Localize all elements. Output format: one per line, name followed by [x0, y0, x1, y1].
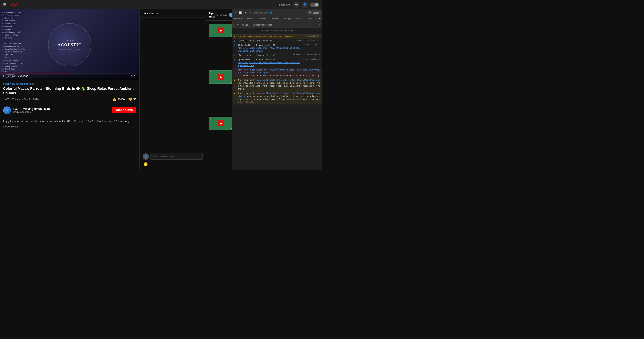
devtools-warn-badge: ▲ 3	[264, 12, 268, 14]
entry-content: The resource http://localhost:3001/clien…	[238, 79, 320, 91]
emulate-gesture-checkbox[interactable]: Emulate User Gesture	[250, 24, 272, 26]
volume-button[interactable]: 🔊	[7, 75, 10, 78]
list-item[interactable]: ▶ Colorful Macaw Parrots - Stunning Bird…	[206, 22, 232, 69]
toolbar-refresh-icon[interactable]: ↻	[319, 24, 320, 26]
info-icon: ℹ	[234, 59, 237, 61]
autoplay-toggle[interactable]	[229, 13, 232, 17]
console-link[interactable]: http://localhost:3001/client/4e1b3c3fb9e…	[253, 79, 320, 81]
entry-source[interactable]: Player.svelte:41	[302, 58, 320, 60]
live-chat-title: Live chat	[143, 12, 154, 15]
error-icon: ✕	[234, 69, 237, 71]
devtools-close-button[interactable]: ✕	[233, 11, 238, 15]
show-more-button[interactable]: SHOW MORE	[3, 125, 136, 129]
video-player[interactable]: 01 - Someone You Loved 02 - A Thousand Y…	[0, 10, 139, 80]
logo-text: i♦AV	[10, 3, 17, 7]
warn-icon: ▲	[234, 35, 237, 38]
devtools-panel: ✕ ⬜ ▣ ↻ 249 ● 1 ▲ 3 🌐 🔍 Search Elements	[232, 10, 322, 170]
peers-info: Peers: 720	[278, 3, 290, 6]
play-icon: ▶	[218, 28, 224, 33]
console-cleared-message: Console cleared at 22:08:06	[232, 28, 322, 35]
album-title-main: ACOUSTIC	[58, 42, 82, 47]
tab-graphics[interactable]: Graphics	[293, 16, 306, 22]
info-icon: ℹ	[234, 44, 237, 47]
camera-icon[interactable]: 📷	[293, 2, 299, 8]
tab-console[interactable]: Console	[314, 16, 322, 22]
console-entry: ▲ <Layout> was created with unknown prop…	[232, 35, 322, 39]
video-title: Colorful Macaw Parrots - Stunning Birds …	[3, 86, 136, 96]
live-chat-header: Live chat ▼	[140, 10, 206, 18]
thumbnail-2: ▶	[209, 70, 232, 84]
logo: i♦AV	[10, 3, 17, 7]
console-entry: ℹ 🖼 tryNextUrl — Player.svelte:41 https:…	[232, 43, 322, 54]
devtools-elements-icon[interactable]: ⬜	[238, 11, 242, 15]
console-link[interactable]: https://ipfs.io/ipfs/QmWq7GRWzZDKqeHsuCk…	[238, 62, 300, 67]
devtools-search-box[interactable]: 🔍 Search	[307, 11, 321, 15]
video-description: Enjoy the peaceful and colorful nature v…	[0, 117, 139, 131]
info-icon: ℹ	[234, 54, 237, 57]
devtools-refresh-icon[interactable]: ↻	[248, 11, 253, 15]
like-button[interactable]: 👍 26000	[112, 97, 124, 102]
search-icon: 🔍	[309, 12, 312, 14]
devtools-console[interactable]: Console cleared at 22:08:06 ▲ <Layout> w…	[232, 28, 322, 170]
video-background: 01 - Someone You Loved 02 - A Thousand Y…	[0, 10, 139, 80]
console-entry: ℹ 🖼 tryNextUrl — Player.svelte:41 https:…	[232, 58, 322, 68]
tab-elements[interactable]: Elements	[232, 16, 245, 22]
chevron-down-icon[interactable]: ▼	[156, 12, 158, 15]
tab-audit[interactable]: Audit	[306, 16, 314, 22]
dislike-button[interactable]: 👎 56	[128, 97, 136, 102]
preserve-log-checkbox[interactable]: Preserve Log	[234, 24, 248, 26]
tab-network[interactable]: Network	[245, 16, 257, 22]
devtools-globe-icon[interactable]: 🌐	[269, 11, 273, 15]
warn-icon: ▲	[234, 79, 237, 81]
console-entry: ℹ [SAPPER] dev client connected sapper-d…	[232, 39, 322, 43]
emoji-button[interactable]: 🙂	[143, 161, 148, 167]
up-next-header: Up next AUTOPLAY	[206, 10, 232, 21]
video-tags[interactable]: #4kanimals #peacemusicloop	[3, 83, 136, 85]
tab-timelines[interactable]: Timelines	[269, 16, 282, 22]
entry-source[interactable]: Player.svelte:41	[302, 44, 320, 46]
up-next-items: ▶ Colorful Macaw Parrots - Stunning Bird…	[206, 21, 232, 163]
entry-source[interactable]: sapper-dev-client.js:21	[294, 40, 320, 42]
devtools-error-badge: ● 1	[259, 12, 263, 14]
main-content: 01 - Someone You Loved 02 - A Thousand Y…	[0, 10, 322, 170]
album-title-top: Top Hits	[65, 39, 74, 43]
list-item[interactable]: ▶ Colorful Macaw Parrots - Stunning Bird…	[206, 115, 232, 162]
chat-messages-area	[140, 18, 206, 151]
devtools-tabs: Elements Network Sources Timelines Stora…	[232, 16, 322, 22]
thumbs-down-icon: 👎	[128, 97, 132, 102]
progress-bar[interactable]	[2, 73, 137, 74]
chat-input[interactable]	[150, 153, 203, 160]
thumbnail-3: ▶	[209, 117, 232, 130]
checkbox-icon	[250, 24, 252, 26]
miniplayer-button[interactable]: ⧉	[131, 75, 133, 78]
list-item[interactable]: ▶ Colorful Macaw Parrots - Stunning Bird…	[206, 69, 232, 115]
channel-row: B Balu - Relaxing Nature in 4K 376K subs…	[0, 104, 139, 117]
chat-input-area: 👤 🙂	[140, 151, 206, 170]
devtools-screen-icon[interactable]: ▣	[243, 11, 248, 15]
video-meta: 1,005,283 views • Jun 11, 2020 👍 26000 👎…	[3, 97, 136, 102]
console-link[interactable]: https://yt3.ggpht.com/a/AATXAJyMnrWWdwSe…	[238, 69, 320, 74]
entry-source[interactable]: onError → Player.svelte:49	[292, 54, 320, 56]
channel-info: Balu - Relaxing Nature in 4K 376K subscr…	[13, 107, 110, 113]
entry-content: Player Error: {"isTrusted":true}	[238, 54, 290, 57]
video-info: #4kanimals #peacemusicloop Colorful Maca…	[0, 80, 139, 104]
console-link[interactable]: https://localhost:8080/ipfs/QmWq7GRWzZDK…	[238, 47, 300, 52]
tracklist: 01 - Someone You Loved 02 - A Thousand Y…	[2, 11, 25, 79]
extra-controls: ⧉ ⛶	[131, 75, 137, 78]
fullscreen-button[interactable]: ⛶	[134, 75, 137, 78]
progress-fill	[2, 73, 70, 74]
menu-icon[interactable]: ☰	[3, 3, 6, 7]
entry-content: 🖼 tryNextUrl — Player.svelte:41 https://…	[238, 44, 301, 53]
channel-subscribers: 376K subscribers	[13, 111, 110, 113]
theme-toggle[interactable]	[310, 3, 319, 7]
description-text: Enjoy the peaceful and colorful nature v…	[3, 119, 136, 123]
tab-sources[interactable]: Sources	[257, 16, 268, 22]
entry-source[interactable]: _layout.svelte:240	[300, 35, 320, 37]
play-pause-button[interactable]: ⏸	[2, 75, 5, 78]
channel-name[interactable]: Balu - Relaxing Nature in 4K	[13, 107, 110, 111]
console-entry: ✕ https://yt3.ggpht.com/a/AATXAJyMnrWWdw…	[232, 68, 322, 78]
subscribe-button[interactable]: SUBSCRIBED	[112, 107, 136, 113]
user-icon[interactable]: 👤	[302, 2, 308, 8]
channel-avatar[interactable]: B	[3, 106, 11, 114]
tab-storage[interactable]: Storage	[282, 16, 293, 22]
